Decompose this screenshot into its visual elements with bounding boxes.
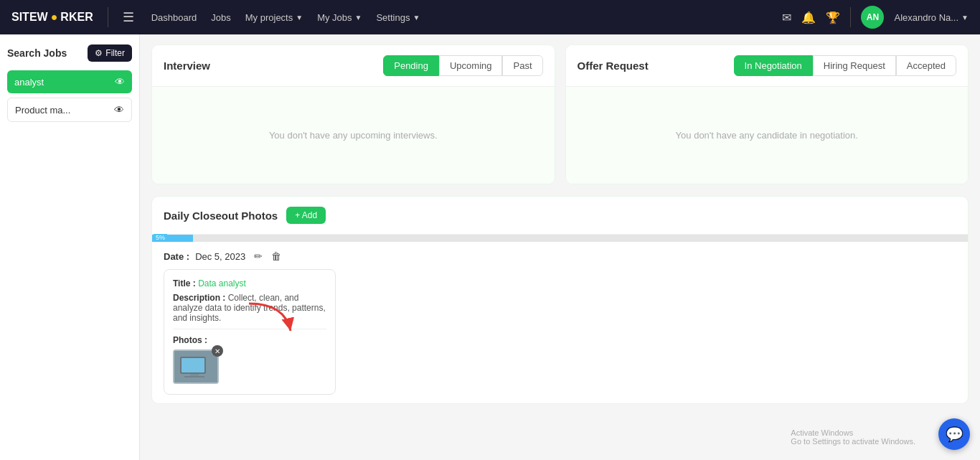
logo: SITEW●RKER: [11, 11, 93, 24]
main-content: Interview Pending Upcoming Past You don'…: [140, 34, 980, 460]
interview-empty: You don't have any upcoming interviews.: [152, 87, 555, 184]
filter-icon: ⚙: [95, 48, 103, 58]
interview-section: Interview Pending Upcoming Past You don'…: [151, 44, 555, 184]
svg-rect-2: [182, 358, 204, 372]
tab-past[interactable]: Past: [502, 55, 542, 76]
add-button[interactable]: + Add: [286, 207, 326, 224]
bell-icon[interactable]: 🔔: [801, 11, 816, 24]
description-field: Description : Collect, clean, and analyz…: [173, 293, 326, 323]
photo-remove-button[interactable]: ✕: [212, 345, 223, 357]
layout: Search Jobs ⚙ Filter analyst 👁 Product m…: [0, 34, 980, 460]
tab-in-negotiation[interactable]: In Negotiation: [734, 55, 813, 76]
progress-bar-container: 5%: [152, 235, 968, 242]
sidebar-item-product[interactable]: Product ma... 👁: [7, 98, 132, 122]
tab-upcoming[interactable]: Upcoming: [439, 55, 503, 76]
mail-icon[interactable]: ✉: [782, 11, 791, 24]
description-label: Description :: [173, 293, 225, 303]
nav-dashboard[interactable]: Dashboard: [151, 12, 197, 23]
divider: [173, 329, 326, 329]
windows-activation: Activate Windows Go to Settings to activ…: [791, 428, 915, 446]
interview-title: Interview: [164, 60, 210, 72]
daily-title: Daily Closeout Photos: [164, 210, 278, 222]
activate-line1: Activate Windows: [791, 428, 915, 437]
offer-section: Offer Request In Negotiation Hiring Requ…: [565, 44, 969, 184]
nav-divider: [108, 7, 108, 27]
sidebar-title: Search Jobs: [7, 47, 67, 59]
sidebar-item-label: analyst: [14, 77, 44, 88]
offer-empty: You don't have any candidate in negotiat…: [566, 87, 969, 184]
photos-label: Photos :: [173, 335, 326, 345]
edit-icon[interactable]: ✏: [254, 250, 263, 262]
daily-header: Daily Closeout Photos + Add: [152, 197, 968, 235]
date-value: Dec 5, 2023: [195, 251, 245, 262]
avatar-name[interactable]: Alexandro Na... ▼: [894, 12, 969, 23]
nav-settings[interactable]: Settings ▼: [376, 12, 420, 23]
offer-card: Offer Request In Negotiation Hiring Requ…: [565, 44, 969, 184]
avatar[interactable]: AN: [861, 6, 884, 29]
svg-rect-4: [184, 376, 204, 377]
trophy-icon[interactable]: 🏆: [826, 11, 840, 24]
offer-tabs: In Negotiation Hiring Request Accepted: [734, 55, 956, 76]
title-value: Data analyst: [198, 278, 246, 288]
nav-jobs[interactable]: Jobs: [211, 12, 230, 23]
tab-accepted[interactable]: Accepted: [896, 55, 956, 76]
sidebar-header: Search Jobs ⚙ Filter: [7, 44, 132, 62]
nav-icons: ✉ 🔔 🏆 AN Alexandro Na... ▼: [782, 6, 969, 29]
interview-tabs: Pending Upcoming Past: [383, 55, 542, 76]
sidebar-item-label: Product ma...: [15, 105, 70, 116]
closeout-date-row: Date : Dec 5, 2023 ✏ 🗑: [164, 250, 956, 262]
nav-myjobs[interactable]: My Jobs ▼: [317, 12, 362, 23]
nav-myprojects[interactable]: My projects ▼: [245, 12, 303, 23]
two-col: Interview Pending Upcoming Past You don'…: [151, 44, 969, 184]
hamburger-icon[interactable]: ☰: [123, 9, 134, 25]
photo-wrapper: ✕: [173, 349, 219, 384]
interview-header: Interview Pending Upcoming Past: [152, 45, 555, 87]
title-field: Title : Data analyst: [173, 278, 326, 288]
tab-pending[interactable]: Pending: [383, 55, 439, 76]
svg-rect-3: [190, 374, 199, 376]
sidebar-item-analyst[interactable]: analyst 👁: [7, 70, 132, 93]
topnav: SITEW●RKER ☰ Dashboard Jobs My projects …: [0, 0, 980, 34]
offer-header: Offer Request In Negotiation Hiring Requ…: [566, 45, 969, 87]
closeout-inner-card: Title : Data analyst Description : Colle…: [164, 269, 336, 395]
offer-title: Offer Request: [578, 60, 649, 72]
delete-icon[interactable]: 🗑: [271, 250, 281, 262]
title-label: Title :: [173, 278, 196, 288]
chat-icon: 💬: [946, 426, 963, 443]
eye-icon[interactable]: 👁: [114, 104, 124, 116]
progress-bar-fill: 5%: [152, 235, 193, 242]
interview-card: Interview Pending Upcoming Past You don'…: [151, 44, 555, 184]
sidebar: Search Jobs ⚙ Filter analyst 👁 Product m…: [0, 34, 140, 460]
closeout-body: Date : Dec 5, 2023 ✏ 🗑 Title : Data anal…: [152, 242, 968, 403]
nav-links: Dashboard Jobs My projects ▼ My Jobs ▼ S…: [151, 12, 420, 23]
filter-button[interactable]: ⚙ Filter: [88, 44, 132, 62]
daily-closeout-section: Daily Closeout Photos + Add 5% Date : De…: [151, 196, 969, 404]
tab-hiring-request[interactable]: Hiring Request: [813, 55, 896, 76]
activate-line2: Go to Settings to activate Windows.: [791, 437, 915, 446]
progress-label: 5%: [154, 234, 167, 241]
photo-thumbnail: [173, 349, 219, 384]
date-label: Date :: [164, 251, 189, 262]
chat-button[interactable]: 💬: [938, 418, 970, 450]
eye-icon[interactable]: 👁: [115, 76, 125, 88]
